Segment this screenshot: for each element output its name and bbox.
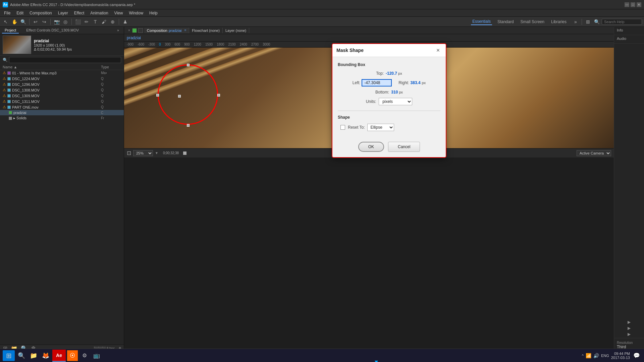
dialog-close-btn[interactable]: × xyxy=(434,47,442,54)
list-item[interactable]: ⚠ DSC_1309.MOV Q xyxy=(0,93,124,99)
project-panel: ⚠ 01 - Where Is the Max.mp3 Ma▪ ⚠ DSC_12… xyxy=(0,70,124,345)
tray-arrow[interactable]: ^ xyxy=(582,354,584,358)
zoom-select[interactable]: 25% 50% 100% xyxy=(133,150,153,156)
taskbar-file-explorer[interactable]: 📁 xyxy=(28,350,39,361)
list-item[interactable]: ⚠ DSC_1296.MOV Q xyxy=(0,81,124,87)
warn-icon: ⚠ xyxy=(3,94,6,98)
list-item[interactable]: ⚠ DSC_1308.MOV Q xyxy=(0,87,124,93)
mask-handle-left[interactable] xyxy=(156,94,159,97)
list-item[interactable]: ⚠ 01 - Where Is the Max.mp3 Ma▪ xyxy=(0,70,124,76)
taskbar-search-icon[interactable]: 🔍 xyxy=(16,350,27,361)
toggle-region-btn[interactable]: ⊡ xyxy=(127,150,131,156)
left-label: Left: xyxy=(353,80,360,85)
tab-effect-controls[interactable]: Effect Controls DSC_1309.MOV xyxy=(23,27,82,34)
mask-handle-bottom[interactable] xyxy=(187,124,190,127)
text-tool[interactable]: T xyxy=(92,18,99,25)
menu-view[interactable]: View xyxy=(112,10,126,16)
warn-icon: ⚠ xyxy=(3,105,6,109)
speaker-icon[interactable]: 🔊 xyxy=(593,353,599,358)
project-search-input[interactable] xyxy=(9,57,121,63)
menu-help[interactable]: Help xyxy=(147,10,160,16)
left-input[interactable] xyxy=(362,79,392,86)
dialog-cancel-button[interactable]: Cancel xyxy=(388,142,420,152)
puppet-tool[interactable]: ♟ xyxy=(121,18,129,25)
tab-project[interactable]: Project xyxy=(2,27,19,34)
menu-edit[interactable]: Edit xyxy=(14,10,26,16)
camera-select[interactable]: Active Camera xyxy=(577,150,611,156)
network-icon[interactable]: 📶 xyxy=(586,353,591,358)
menu-window[interactable]: Window xyxy=(126,10,146,16)
mask-handle-right[interactable] xyxy=(217,94,220,97)
taskbar-icon-6[interactable]: 📺 xyxy=(91,350,102,361)
dialog-ok-button[interactable]: OK xyxy=(358,142,384,152)
mask-handle-top-center[interactable] xyxy=(178,95,181,98)
mask-handle-top[interactable] xyxy=(187,64,190,66)
undo-tool[interactable]: ↩ xyxy=(32,18,39,25)
taskbar-icon-5[interactable]: ⚙ xyxy=(79,350,90,361)
taskbar-ae-icon[interactable]: Ae xyxy=(52,350,66,362)
right-value[interactable]: 383.4 xyxy=(411,80,421,85)
window-controls[interactable]: — □ ✕ xyxy=(625,2,641,7)
list-item[interactable]: ⚠ DSC_1224.MOV Q xyxy=(0,76,124,81)
taskbar-clock[interactable]: 09:44 PM 2017-03-13 xyxy=(611,352,630,360)
panel-menu-btn[interactable]: » xyxy=(114,27,122,34)
playhead[interactable] xyxy=(376,361,377,362)
item-type: Q xyxy=(101,100,121,103)
search-help-input[interactable] xyxy=(602,19,642,25)
list-item-solids[interactable]: ▸ Solids Fr xyxy=(0,115,124,121)
minimize-button[interactable]: — xyxy=(625,2,629,7)
select-tool[interactable]: ↖ xyxy=(2,18,9,25)
list-item[interactable]: ⚠ DSC_1311.MOV Q xyxy=(0,99,124,104)
item-color xyxy=(7,88,11,92)
tab-flowchart[interactable]: Flowchart (none) xyxy=(189,28,223,33)
shape-tool[interactable]: ⬛ xyxy=(74,18,82,25)
item-type: C xyxy=(101,111,121,115)
pen-tool[interactable]: ✏ xyxy=(83,18,90,25)
tab-composition[interactable]: Composition pradziai = xyxy=(144,28,190,33)
menu-composition[interactable]: Composition xyxy=(27,10,55,16)
start-button[interactable]: ⊞ xyxy=(3,350,15,361)
list-item-pradziai[interactable]: pradziai C xyxy=(0,110,124,115)
reset-checkbox[interactable] xyxy=(340,125,345,130)
camera-tool[interactable]: 📷 xyxy=(53,18,60,25)
hand-tool[interactable]: ✋ xyxy=(11,18,18,25)
list-item[interactable]: ⚠ PART ONE.mov Q xyxy=(0,104,124,110)
notification-button[interactable]: 💬 xyxy=(632,351,641,360)
bottom-value[interactable]: 310 xyxy=(391,90,398,95)
nav-arrow-1[interactable]: ▶ xyxy=(628,320,631,324)
menu-animation[interactable]: Animation xyxy=(88,10,111,16)
workspace-standard[interactable]: Standard xyxy=(496,19,515,25)
workspace-libraries[interactable]: Libraries xyxy=(550,19,568,25)
fit-btn[interactable]: ▼ xyxy=(155,151,158,155)
taskbar-blender-icon[interactable]: ⦿ xyxy=(67,350,78,361)
menu-layer[interactable]: Layer xyxy=(55,10,71,16)
close-button[interactable]: ✕ xyxy=(637,2,641,7)
tab-layer[interactable]: Layer (none) xyxy=(223,28,249,33)
orbit-tool[interactable]: ◎ xyxy=(62,18,69,25)
sep3 xyxy=(71,19,72,25)
ruler-900: 900 xyxy=(184,43,190,46)
zoom-tool[interactable]: 🔍 xyxy=(19,18,27,25)
reset-shape-select[interactable]: Ellipse Rectangle xyxy=(367,124,394,131)
nav-arrow-2[interactable]: ▶ xyxy=(628,326,631,330)
comp-tab-close-all[interactable]: × xyxy=(126,28,132,33)
search-icon[interactable]: 🔍 xyxy=(593,18,600,25)
units-select[interactable]: pixels percent xyxy=(379,98,412,105)
maximize-button[interactable]: □ xyxy=(631,2,635,7)
menu-effect[interactable]: Effect xyxy=(71,10,87,16)
top-value[interactable]: -120.7 xyxy=(386,71,397,76)
workspace-small-screen[interactable]: Small Screen xyxy=(519,19,546,25)
redo-tool[interactable]: ↪ xyxy=(41,18,48,25)
workspace-more[interactable]: » xyxy=(572,18,579,25)
taskbar-firefox[interactable]: 🦊 xyxy=(40,350,51,361)
menu-file[interactable]: File xyxy=(1,10,13,16)
workspace-essentials[interactable]: Essentials xyxy=(471,18,492,25)
right-group: Right: 383.4 px xyxy=(398,80,426,85)
clone-tool[interactable]: ⊕ xyxy=(109,18,116,25)
item-color xyxy=(7,94,11,98)
play-controls[interactable]: ⏹ xyxy=(182,150,187,156)
top-row: Top: -120.7 px xyxy=(338,71,440,76)
nav-arrow-3[interactable]: ▶ xyxy=(628,332,631,337)
paint-tool[interactable]: 🖌 xyxy=(100,18,108,25)
sync-btn[interactable]: ⊞ xyxy=(584,18,592,25)
